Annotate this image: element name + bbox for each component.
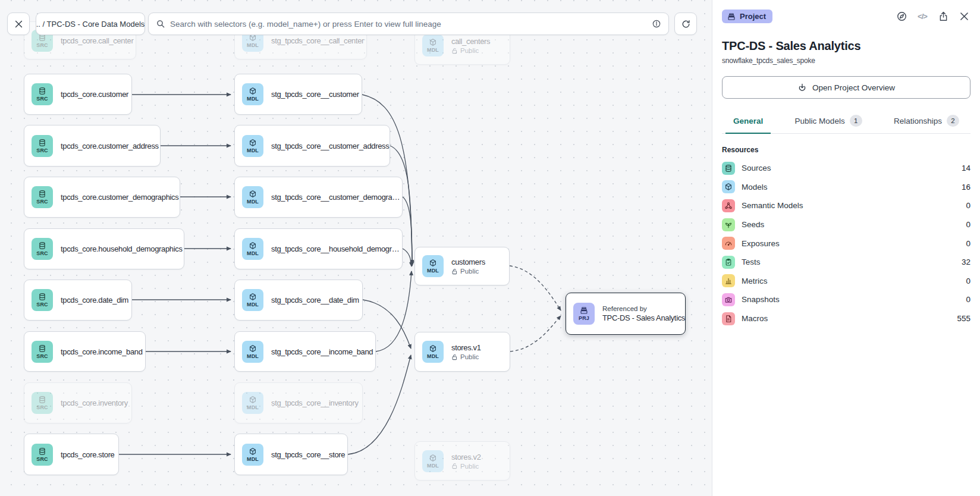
resource-label: Snapshots xyxy=(742,295,959,304)
model-node-stg_income_band[interactable]: MDL stg_tpcds_core__income_band xyxy=(234,331,376,372)
cube-icon xyxy=(429,38,437,46)
src-badge: SRC xyxy=(32,289,53,311)
resource-row-metrics: Metrics 0 xyxy=(722,272,970,291)
model-node-stg_customer_demographics[interactable]: MDL stg_tpcds_core__customer_demogra… xyxy=(234,177,403,218)
database-icon xyxy=(38,344,46,353)
view-code-button[interactable]: </> xyxy=(916,10,929,23)
share-button[interactable] xyxy=(937,10,950,23)
database-icon xyxy=(38,447,46,456)
resource-label: Exposures xyxy=(742,239,959,248)
clipboard-icon xyxy=(722,256,735,269)
node-access-label: Public xyxy=(451,268,485,275)
breadcrumb[interactable]: .. / TPC-DS - Core Data Models xyxy=(36,12,145,35)
node-type-label: SRC xyxy=(36,353,48,359)
node-label: tpcds_core.household_demographics xyxy=(61,244,178,253)
node-type-label: SRC xyxy=(36,96,48,102)
database-icon xyxy=(38,87,46,95)
src-badge: SRC xyxy=(32,135,53,157)
close-panel-button[interactable] xyxy=(957,10,970,23)
tab-relationships[interactable]: Relationships2 xyxy=(886,111,967,134)
node-label: stg_tpcds_core__call_center xyxy=(271,36,360,45)
cube-icon xyxy=(249,139,257,147)
database-icon xyxy=(38,241,46,250)
node-label: tpcds_core.customer xyxy=(61,90,125,99)
code-icon: </> xyxy=(918,12,927,21)
mdl-badge: MDL xyxy=(242,186,263,208)
resource-count: 555 xyxy=(957,314,970,323)
model-node-stg_inventory[interactable]: MDL stg_tpcds_core__inventory xyxy=(234,382,363,423)
tab-count-badge: 1 xyxy=(850,115,862,127)
close-lineage-button[interactable] xyxy=(7,12,30,35)
dbt-explorer-lineage-app: SRC tpcds_core.call_center SRC tpcds_cor… xyxy=(0,0,980,496)
node-label: stores.v2 xyxy=(451,453,481,462)
cube-icon xyxy=(722,180,735,193)
model-node-stores_v1[interactable]: MDL stores.v1 Public xyxy=(414,332,510,372)
refresh-lineage-button[interactable] xyxy=(674,12,697,35)
seed-icon xyxy=(722,218,735,231)
resource-label: Tests xyxy=(742,258,955,266)
node-type-label: MDL xyxy=(427,268,439,274)
resource-row-snapshots: Snapshots 0 xyxy=(722,290,970,309)
node-label: stg_tpcds_core__inventory xyxy=(271,398,356,407)
resource-count: 32 xyxy=(962,258,970,266)
search-input[interactable] xyxy=(170,20,647,29)
open-project-overview-button[interactable]: Open Project Overview xyxy=(722,76,970,99)
cube-icon xyxy=(249,293,257,301)
info-icon[interactable] xyxy=(652,19,661,29)
model-node-stg_household_demographics[interactable]: MDL stg_tpcds_core__household_demogr… xyxy=(234,228,403,269)
source-node-src_date_dim[interactable]: SRC tpcds_core.date_dim xyxy=(24,280,132,321)
resource-count: 14 xyxy=(962,164,970,172)
source-node-src_customer_demographics[interactable]: SRC tpcds_core.customer_demographics xyxy=(24,177,180,218)
node-type-label: SRC xyxy=(36,404,48,410)
tab-public-models[interactable]: Public Models1 xyxy=(787,111,870,134)
model-node-stg_date_dim[interactable]: MDL stg_tpcds_core__date_dim xyxy=(234,280,363,321)
camera-icon xyxy=(722,293,735,306)
resource-label: Seeds xyxy=(742,220,959,229)
mdl-badge: MDL xyxy=(242,289,263,311)
cube-icon xyxy=(429,454,437,462)
source-node-src_inventory[interactable]: SRC tpcds_core.inventory xyxy=(24,382,132,423)
source-node-src_customer[interactable]: SRC tpcds_core.customer xyxy=(24,74,132,115)
source-node-src_household_demographics[interactable]: SRC tpcds_core.household_demographics xyxy=(24,228,184,269)
resource-count: 16 xyxy=(962,183,970,192)
database-icon xyxy=(38,293,46,301)
mdl-badge: MDL xyxy=(242,83,263,105)
database-icon xyxy=(38,139,46,147)
src-badge: SRC xyxy=(32,444,53,466)
mdl-badge: MDL xyxy=(422,450,444,472)
node-note: Referenced by xyxy=(602,305,679,312)
refresh-icon xyxy=(681,19,691,29)
mdl-badge: MDL xyxy=(242,341,263,363)
node-type-label: MDL xyxy=(247,147,259,153)
node-type-label: MDL xyxy=(247,199,259,205)
database-icon xyxy=(38,395,46,404)
cube-icon xyxy=(429,259,437,267)
project-node-prj_sales_analytics[interactable]: PRJ Referenced byTPC-DS - Sales Analytic… xyxy=(566,293,686,335)
node-access-label: Public xyxy=(451,353,481,360)
tab-general[interactable]: General xyxy=(725,111,771,134)
model-node-stg_customer[interactable]: MDL stg_tpcds_core__customer xyxy=(234,74,362,115)
model-node-customers[interactable]: MDL customers Public xyxy=(414,247,510,285)
lineage-search-bar xyxy=(148,12,669,35)
node-type-label: MDL xyxy=(427,47,439,53)
share-icon xyxy=(938,11,949,22)
model-node-stores_v2[interactable]: MDL stores.v2 Public xyxy=(414,441,510,481)
node-label: tpcds_core.date_dim xyxy=(61,296,125,304)
cube-icon xyxy=(249,344,257,353)
source-node-src_customer_address[interactable]: SRC tpcds_core.customer_address xyxy=(24,125,161,167)
explore-button[interactable] xyxy=(895,10,908,23)
page-title: TPC-DS - Sales Analytics xyxy=(722,39,970,53)
resource-count: 0 xyxy=(966,220,970,229)
resource-row-semantic-models: Semantic Models 0 xyxy=(722,196,970,215)
source-node-src_income_band[interactable]: SRC tpcds_core.income_band xyxy=(24,331,146,372)
node-type-label: SRC xyxy=(36,456,48,462)
node-access-label: Public xyxy=(451,47,490,54)
model-node-stg_store[interactable]: MDL stg_tpcds_core__store xyxy=(234,434,348,475)
resource-row-seeds: Seeds 0 xyxy=(722,215,970,234)
model-node-stg_customer_address[interactable]: MDL stg_tpcds_core__customer_address xyxy=(234,125,390,167)
cube-icon xyxy=(429,344,437,353)
node-type-label: MDL xyxy=(247,42,259,48)
node-type-label: MDL xyxy=(247,353,259,359)
open-project-overview-label: Open Project Overview xyxy=(812,83,895,92)
source-node-src_store[interactable]: SRC tpcds_core.store xyxy=(24,434,119,475)
